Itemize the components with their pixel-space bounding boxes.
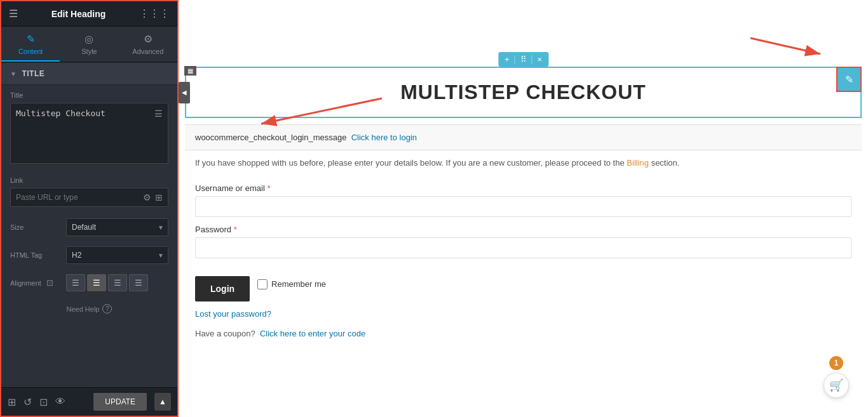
align-justify-btn[interactable]: ☰ — [129, 274, 148, 291]
edit-heading-icon-btn[interactable]: ✎ — [836, 67, 862, 92]
advanced-tab-icon: ⚙ — [144, 33, 153, 45]
update-arrow-button[interactable]: ▲ — [154, 393, 171, 411]
alignment-label: Alignment ⊡ — [10, 278, 61, 288]
coupon-section: Have a coupon? Click here to enter your … — [195, 329, 851, 351]
history-icon[interactable]: ↺ — [24, 396, 32, 408]
woo-info: If you have shopped with us before, plea… — [185, 150, 862, 176]
size-label: Size — [10, 223, 61, 231]
cart-badge: 1 🛒 — [824, 356, 849, 398]
billing-link: Billing — [627, 158, 649, 168]
login-link[interactable]: Click here to login — [351, 133, 417, 142]
html-tag-select[interactable]: H1 H2 H3 H4 H5 H6 div span p — [66, 246, 168, 264]
toolbar-divider — [515, 55, 515, 64]
link-field-group: Link ⚙ ⊞ — [1, 170, 177, 213]
responsive-icon: ⊡ — [46, 278, 53, 288]
link-settings-icon[interactable]: ⚙ — [142, 191, 153, 204]
size-select[interactable]: Default Small Medium Large XL XXL — [66, 218, 168, 236]
layers-icon[interactable]: ⊞ — [8, 396, 16, 408]
section-title-label: Title — [22, 69, 44, 78]
info-text: If you have shopped with us before, plea… — [195, 158, 625, 168]
cart-icon[interactable]: 🛒 — [824, 373, 849, 398]
html-tag-label: HTML Tag — [10, 251, 61, 259]
woo-message: woocommerce_checkout_login_message Click… — [185, 124, 862, 150]
need-help[interactable]: Need Help ? — [1, 296, 177, 321]
cart-count: 1 — [829, 356, 843, 370]
left-panel: ☰ Edit Heading ⋮⋮⋮ ✎ Content ◎ Style ⚙ A… — [0, 0, 179, 417]
size-field-row: Size Default Small Medium Large XL XXL ▼ — [1, 213, 177, 241]
password-label: Password * — [195, 225, 851, 234]
align-left-btn[interactable]: ☰ — [66, 274, 85, 291]
help-circle-icon: ? — [102, 304, 112, 314]
content-tab-icon: ✎ — [27, 33, 35, 45]
style-tab-label: Style — [81, 48, 97, 55]
align-right-btn[interactable]: ☰ — [108, 274, 127, 291]
tab-content[interactable]: ✎ Content — [1, 27, 60, 62]
close-section-btn[interactable]: × — [535, 53, 545, 65]
html-tag-field-row: HTML Tag H1 H2 H3 H4 H5 H6 div span p ▼ — [1, 241, 177, 269]
login-button[interactable]: Login — [195, 276, 250, 301]
woo-message-text: woocommerce_checkout_login_message — [195, 133, 346, 142]
info-text2: section. — [651, 158, 680, 168]
coupon-text: Have a coupon? — [195, 329, 255, 338]
add-section-btn[interactable]: + — [502, 53, 512, 65]
style-tab-icon: ◎ — [85, 33, 93, 45]
heading-section: ▦ MULTISTEP CHECKOUT ✎ ◀ — [185, 67, 862, 118]
alignment-field-row: Alignment ⊡ ☰ ☰ ☰ ☰ — [1, 269, 177, 296]
tab-advanced[interactable]: ⚙ Advanced — [119, 27, 177, 62]
link-input[interactable] — [11, 189, 142, 206]
username-label: Username or email * — [195, 183, 851, 193]
update-button[interactable]: UPDATE — [93, 393, 147, 411]
panel-title: Edit Heading — [51, 9, 106, 19]
title-section-header[interactable]: ▼ Title — [1, 62, 177, 85]
hamburger-icon[interactable]: ☰ — [9, 8, 18, 20]
main-content: + ⠿ × ▦ MULTISTEP CHECKOUT ✎ ◀ woocommer… — [179, 0, 868, 417]
tab-style[interactable]: ◎ Style — [60, 27, 118, 62]
title-textarea-wrap: Multistep Checkout ☰ — [10, 103, 168, 164]
grid-icon[interactable]: ⋮⋮⋮ — [139, 8, 170, 20]
password-required: * — [234, 225, 237, 234]
collapse-panel-btn[interactable]: ◀ — [179, 82, 190, 103]
alignment-text: Alignment — [10, 279, 41, 287]
need-help-label: Need Help — [67, 305, 100, 313]
remember-me-wrap: Remember me — [257, 279, 326, 289]
username-input[interactable] — [195, 196, 851, 217]
content-tab-label: Content — [18, 48, 43, 55]
remember-label: Remember me — [271, 279, 326, 289]
form-section: Username or email * Password * Login Rem… — [185, 183, 862, 351]
svg-line-2 — [750, 38, 820, 54]
move-section-btn[interactable]: ⠿ — [518, 53, 529, 65]
title-align-icon[interactable]: ☰ — [154, 109, 163, 119]
username-required: * — [267, 183, 270, 193]
panel-bottom: ⊞ ↺ ⊡ 👁 UPDATE ▲ — [1, 387, 177, 416]
html-tag-select-wrap: H1 H2 H3 H4 H5 H6 div span p ▼ — [66, 246, 168, 264]
eye-icon[interactable]: 👁 — [55, 396, 65, 407]
link-label: Link — [10, 176, 168, 184]
main-heading: MULTISTEP CHECKOUT — [193, 81, 854, 104]
alignment-buttons: ☰ ☰ ☰ ☰ — [66, 274, 148, 291]
panel-tabs: ✎ Content ◎ Style ⚙ Advanced — [1, 27, 177, 62]
size-select-wrap: Default Small Medium Large XL XXL ▼ — [66, 218, 168, 236]
section-arrow: ▼ — [10, 70, 17, 77]
align-center-btn[interactable]: ☰ — [87, 274, 106, 291]
advanced-tab-label: Advanced — [132, 48, 163, 55]
link-unlink-icon[interactable]: ⊞ — [154, 191, 164, 204]
panel-content: ▼ Title Title Multistep Checkout ☰ Link … — [1, 62, 177, 387]
responsive-bottom-icon[interactable]: ⊡ — [39, 396, 48, 408]
title-textarea[interactable]: Multistep Checkout — [11, 103, 168, 161]
password-input[interactable] — [195, 237, 851, 258]
toolbar-divider-2 — [532, 55, 532, 64]
title-label: Title — [10, 91, 168, 99]
coupon-link[interactable]: Click here to enter your code — [260, 329, 365, 338]
section-block-btn[interactable]: ▦ — [184, 66, 196, 76]
title-field-group: Title Multistep Checkout ☰ — [1, 85, 177, 170]
remember-checkbox[interactable] — [257, 279, 268, 289]
panel-header: ☰ Edit Heading ⋮⋮⋮ — [1, 1, 177, 27]
lost-password-link[interactable]: Lost your password? — [195, 309, 851, 319]
link-field-wrap: ⚙ ⊞ — [10, 188, 168, 207]
section-toolbar: + ⠿ × — [498, 52, 548, 67]
link-icons: ⚙ ⊞ — [142, 191, 168, 204]
